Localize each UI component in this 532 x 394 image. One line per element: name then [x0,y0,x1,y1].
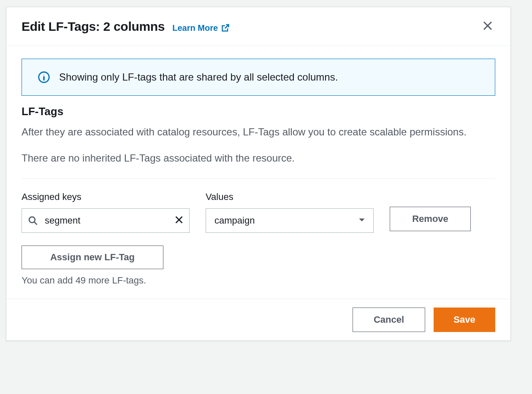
external-link-icon [221,24,230,32]
section-description: After they are associated with catalog r… [22,124,495,140]
assign-new-lf-tag-button[interactable]: Assign new LF-Tag [22,246,163,269]
modal-header: Edit LF-Tags: 2 columns Learn More [6,7,510,46]
spacer [390,192,495,207]
values-select-wrap: campaign [206,208,374,233]
info-alert: Showing only LF-tags that are shared by … [22,59,495,96]
info-alert-text: Showing only LF-tags that are shared by … [59,70,338,84]
modal-header-left: Edit LF-Tags: 2 columns Learn More [22,19,230,34]
close-button[interactable] [480,18,495,35]
close-icon [483,21,493,32]
modal-body: Showing only LF-tags that are shared by … [6,46,510,299]
clear-input-button[interactable] [174,216,184,225]
values-label: Values [206,192,374,202]
inherited-tags-text: There are no inherited LF-Tags associate… [22,151,495,166]
values-field: Values campaign [206,192,374,233]
assigned-keys-label: Assigned keys [22,192,190,202]
assigned-keys-input[interactable] [22,208,190,233]
edit-lf-tags-modal: Edit LF-Tags: 2 columns Learn More [6,7,511,341]
assigned-keys-field: Assigned keys [22,192,190,233]
save-button[interactable]: Save [434,308,495,332]
divider [22,178,495,179]
info-icon [38,71,50,83]
remove-button[interactable]: Remove [390,207,471,231]
section-title: LF-Tags [22,105,495,118]
cancel-button[interactable]: Cancel [353,308,425,332]
remaining-tags-hint: You can add 49 more LF-tags. [22,275,495,286]
tag-row: Assigned keys [22,192,495,233]
modal-footer: Cancel Save [6,299,510,340]
learn-more-label: Learn More [172,23,218,33]
values-select[interactable]: campaign [206,208,374,233]
assigned-keys-input-wrap [22,208,190,233]
svg-point-1 [43,75,44,76]
modal-title: Edit LF-Tags: 2 columns [22,19,165,34]
learn-more-link[interactable]: Learn More [172,23,230,33]
clear-icon [175,216,183,225]
remove-column: Remove [390,192,495,231]
